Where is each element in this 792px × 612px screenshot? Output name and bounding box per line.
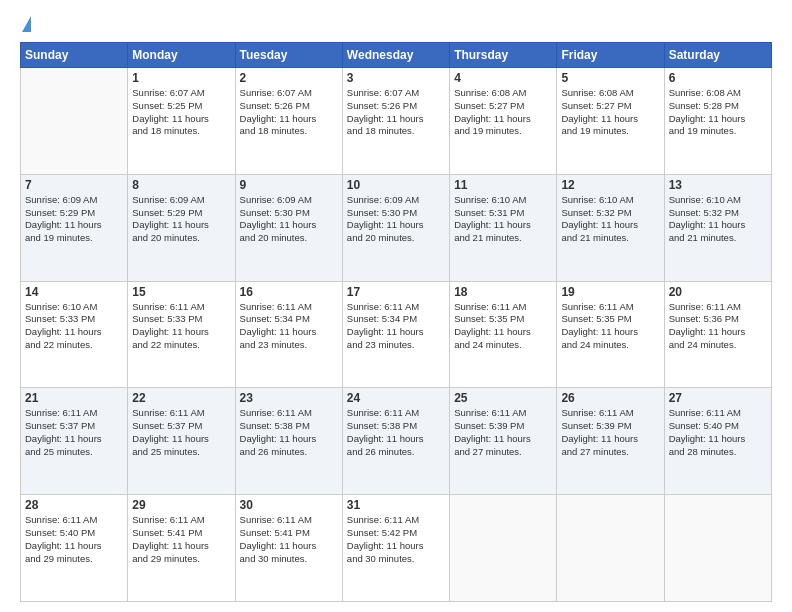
cell-info: Sunrise: 6:11 AM Sunset: 5:41 PM Dayligh… [132, 514, 230, 565]
day-number: 13 [669, 178, 767, 192]
col-header-thursday: Thursday [450, 43, 557, 68]
day-number: 4 [454, 71, 552, 85]
cell-info: Sunrise: 6:11 AM Sunset: 5:40 PM Dayligh… [25, 514, 123, 565]
day-number: 7 [25, 178, 123, 192]
day-number: 15 [132, 285, 230, 299]
day-number: 1 [132, 71, 230, 85]
calendar-cell: 6Sunrise: 6:08 AM Sunset: 5:28 PM Daylig… [664, 68, 771, 175]
calendar-cell: 17Sunrise: 6:11 AM Sunset: 5:34 PM Dayli… [342, 281, 449, 388]
cell-info: Sunrise: 6:10 AM Sunset: 5:33 PM Dayligh… [25, 301, 123, 352]
day-number: 27 [669, 391, 767, 405]
cell-info: Sunrise: 6:11 AM Sunset: 5:39 PM Dayligh… [454, 407, 552, 458]
cell-info: Sunrise: 6:11 AM Sunset: 5:33 PM Dayligh… [132, 301, 230, 352]
cell-info: Sunrise: 6:09 AM Sunset: 5:29 PM Dayligh… [25, 194, 123, 245]
day-number: 11 [454, 178, 552, 192]
day-number: 26 [561, 391, 659, 405]
day-number: 18 [454, 285, 552, 299]
calendar-cell: 8Sunrise: 6:09 AM Sunset: 5:29 PM Daylig… [128, 174, 235, 281]
calendar-week-row: 14Sunrise: 6:10 AM Sunset: 5:33 PM Dayli… [21, 281, 772, 388]
day-number: 6 [669, 71, 767, 85]
cell-info: Sunrise: 6:10 AM Sunset: 5:31 PM Dayligh… [454, 194, 552, 245]
calendar-cell: 10Sunrise: 6:09 AM Sunset: 5:30 PM Dayli… [342, 174, 449, 281]
calendar-cell: 29Sunrise: 6:11 AM Sunset: 5:41 PM Dayli… [128, 495, 235, 602]
day-number: 23 [240, 391, 338, 405]
calendar-cell [664, 495, 771, 602]
cell-info: Sunrise: 6:09 AM Sunset: 5:30 PM Dayligh… [347, 194, 445, 245]
col-header-wednesday: Wednesday [342, 43, 449, 68]
calendar-cell: 13Sunrise: 6:10 AM Sunset: 5:32 PM Dayli… [664, 174, 771, 281]
cell-info: Sunrise: 6:11 AM Sunset: 5:36 PM Dayligh… [669, 301, 767, 352]
header [20, 16, 772, 32]
day-number: 5 [561, 71, 659, 85]
cell-info: Sunrise: 6:10 AM Sunset: 5:32 PM Dayligh… [561, 194, 659, 245]
cell-info: Sunrise: 6:07 AM Sunset: 5:26 PM Dayligh… [240, 87, 338, 138]
cell-info: Sunrise: 6:11 AM Sunset: 5:38 PM Dayligh… [347, 407, 445, 458]
calendar-week-row: 1Sunrise: 6:07 AM Sunset: 5:25 PM Daylig… [21, 68, 772, 175]
calendar-cell: 16Sunrise: 6:11 AM Sunset: 5:34 PM Dayli… [235, 281, 342, 388]
day-number: 14 [25, 285, 123, 299]
day-number: 3 [347, 71, 445, 85]
day-number: 19 [561, 285, 659, 299]
day-number: 12 [561, 178, 659, 192]
day-number: 25 [454, 391, 552, 405]
cell-info: Sunrise: 6:11 AM Sunset: 5:37 PM Dayligh… [132, 407, 230, 458]
cell-info: Sunrise: 6:08 AM Sunset: 5:27 PM Dayligh… [561, 87, 659, 138]
page: SundayMondayTuesdayWednesdayThursdayFrid… [0, 0, 792, 612]
cell-info: Sunrise: 6:11 AM Sunset: 5:41 PM Dayligh… [240, 514, 338, 565]
calendar-cell: 7Sunrise: 6:09 AM Sunset: 5:29 PM Daylig… [21, 174, 128, 281]
cell-info: Sunrise: 6:08 AM Sunset: 5:27 PM Dayligh… [454, 87, 552, 138]
calendar-cell: 23Sunrise: 6:11 AM Sunset: 5:38 PM Dayli… [235, 388, 342, 495]
calendar-cell: 30Sunrise: 6:11 AM Sunset: 5:41 PM Dayli… [235, 495, 342, 602]
calendar-cell: 18Sunrise: 6:11 AM Sunset: 5:35 PM Dayli… [450, 281, 557, 388]
calendar-cell: 2Sunrise: 6:07 AM Sunset: 5:26 PM Daylig… [235, 68, 342, 175]
col-header-saturday: Saturday [664, 43, 771, 68]
cell-info: Sunrise: 6:10 AM Sunset: 5:32 PM Dayligh… [669, 194, 767, 245]
cell-info: Sunrise: 6:07 AM Sunset: 5:25 PM Dayligh… [132, 87, 230, 138]
day-number: 20 [669, 285, 767, 299]
calendar-cell: 19Sunrise: 6:11 AM Sunset: 5:35 PM Dayli… [557, 281, 664, 388]
day-number: 29 [132, 498, 230, 512]
calendar-cell: 21Sunrise: 6:11 AM Sunset: 5:37 PM Dayli… [21, 388, 128, 495]
day-number: 22 [132, 391, 230, 405]
day-number: 17 [347, 285, 445, 299]
day-number: 21 [25, 391, 123, 405]
day-number: 31 [347, 498, 445, 512]
cell-info: Sunrise: 6:11 AM Sunset: 5:39 PM Dayligh… [561, 407, 659, 458]
calendar-cell: 11Sunrise: 6:10 AM Sunset: 5:31 PM Dayli… [450, 174, 557, 281]
calendar-cell: 14Sunrise: 6:10 AM Sunset: 5:33 PM Dayli… [21, 281, 128, 388]
cell-info: Sunrise: 6:11 AM Sunset: 5:34 PM Dayligh… [347, 301, 445, 352]
calendar-cell [450, 495, 557, 602]
cell-info: Sunrise: 6:07 AM Sunset: 5:26 PM Dayligh… [347, 87, 445, 138]
calendar-cell: 24Sunrise: 6:11 AM Sunset: 5:38 PM Dayli… [342, 388, 449, 495]
calendar-cell: 15Sunrise: 6:11 AM Sunset: 5:33 PM Dayli… [128, 281, 235, 388]
calendar-cell: 28Sunrise: 6:11 AM Sunset: 5:40 PM Dayli… [21, 495, 128, 602]
col-header-tuesday: Tuesday [235, 43, 342, 68]
calendar-table: SundayMondayTuesdayWednesdayThursdayFrid… [20, 42, 772, 602]
calendar-cell: 22Sunrise: 6:11 AM Sunset: 5:37 PM Dayli… [128, 388, 235, 495]
calendar-week-row: 7Sunrise: 6:09 AM Sunset: 5:29 PM Daylig… [21, 174, 772, 281]
calendar-cell: 25Sunrise: 6:11 AM Sunset: 5:39 PM Dayli… [450, 388, 557, 495]
cell-info: Sunrise: 6:11 AM Sunset: 5:42 PM Dayligh… [347, 514, 445, 565]
day-number: 2 [240, 71, 338, 85]
cell-info: Sunrise: 6:11 AM Sunset: 5:38 PM Dayligh… [240, 407, 338, 458]
calendar-cell: 20Sunrise: 6:11 AM Sunset: 5:36 PM Dayli… [664, 281, 771, 388]
day-number: 10 [347, 178, 445, 192]
logo [20, 16, 31, 32]
day-number: 9 [240, 178, 338, 192]
calendar-cell [557, 495, 664, 602]
cell-info: Sunrise: 6:11 AM Sunset: 5:34 PM Dayligh… [240, 301, 338, 352]
calendar-cell: 31Sunrise: 6:11 AM Sunset: 5:42 PM Dayli… [342, 495, 449, 602]
calendar-week-row: 28Sunrise: 6:11 AM Sunset: 5:40 PM Dayli… [21, 495, 772, 602]
calendar-cell: 5Sunrise: 6:08 AM Sunset: 5:27 PM Daylig… [557, 68, 664, 175]
cell-info: Sunrise: 6:08 AM Sunset: 5:28 PM Dayligh… [669, 87, 767, 138]
calendar-cell: 4Sunrise: 6:08 AM Sunset: 5:27 PM Daylig… [450, 68, 557, 175]
day-number: 30 [240, 498, 338, 512]
cell-info: Sunrise: 6:11 AM Sunset: 5:35 PM Dayligh… [454, 301, 552, 352]
col-header-monday: Monday [128, 43, 235, 68]
calendar-cell: 9Sunrise: 6:09 AM Sunset: 5:30 PM Daylig… [235, 174, 342, 281]
day-number: 28 [25, 498, 123, 512]
cell-info: Sunrise: 6:11 AM Sunset: 5:40 PM Dayligh… [669, 407, 767, 458]
calendar-cell [21, 68, 128, 175]
calendar-cell: 1Sunrise: 6:07 AM Sunset: 5:25 PM Daylig… [128, 68, 235, 175]
calendar-cell: 3Sunrise: 6:07 AM Sunset: 5:26 PM Daylig… [342, 68, 449, 175]
